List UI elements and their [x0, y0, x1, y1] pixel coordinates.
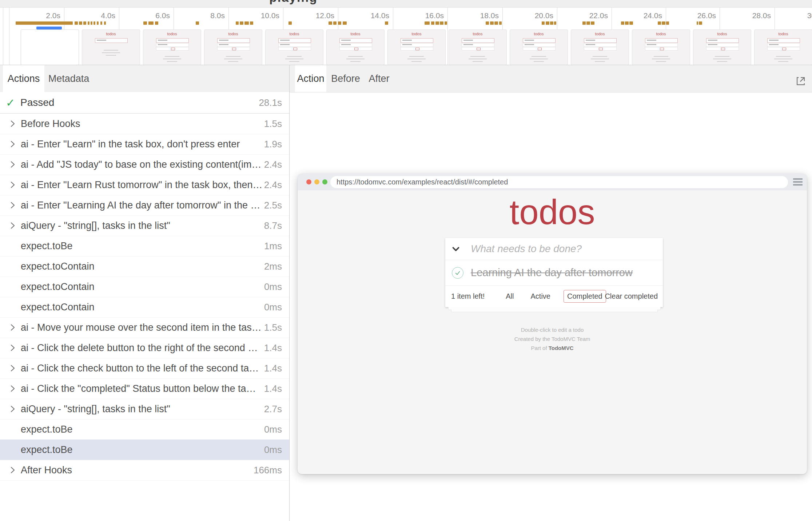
mini-list-item — [767, 43, 800, 47]
action-row[interactable]: expect.toBe0ms — [0, 440, 289, 460]
filmstrip-thumbnail[interactable] — [21, 29, 79, 65]
action-row-duration: 8.7s — [264, 220, 282, 231]
action-row[interactable]: ai - Click the check button to the left … — [0, 358, 289, 379]
todo-list-item[interactable]: Learning AI the day after tomorrow — [445, 260, 663, 286]
mini-footer-line — [226, 56, 240, 57]
filmstrip-thumbnail[interactable]: todos — [449, 29, 507, 65]
open-snapshot-in-new-tab-button[interactable] — [795, 75, 807, 87]
action-marker — [250, 21, 253, 25]
action-row-duration: 2.5s — [264, 200, 282, 211]
tab-metadata[interactable]: Metadata — [47, 65, 91, 92]
mini-todos-title: todos — [510, 32, 568, 36]
filmstrip-thumbnail[interactable]: todos — [387, 29, 446, 65]
mini-filter-selected — [415, 48, 419, 50]
selected-range-bar[interactable] — [36, 27, 62, 29]
filmstrip-thumbnail[interactable]: todos — [632, 29, 690, 65]
mini-list-item — [523, 43, 556, 47]
mini-item-text — [280, 44, 290, 45]
mini-input-box — [584, 38, 617, 43]
expand-chevron-icon[interactable] — [9, 364, 17, 372]
action-row[interactable]: After Hooks166ms — [0, 460, 289, 481]
expand-chevron-icon[interactable] — [9, 323, 17, 331]
action-row[interactable]: Before Hooks1.5s — [0, 114, 289, 134]
filmstrip-thumbnail[interactable]: todos — [265, 29, 323, 65]
actions-list: ✓ Passed 28.1s Before Hooks1.5sai - Ente… — [0, 92, 289, 521]
expand-chevron-icon[interactable] — [9, 405, 17, 413]
todo-item-text: Learning AI the day after tomorrow — [471, 267, 633, 279]
hamburger-menu-icon[interactable] — [793, 178, 803, 180]
filmstrip-thumbnail[interactable]: todos — [82, 29, 140, 65]
todomvc-link[interactable]: TodoMVC — [549, 345, 574, 351]
tab-after[interactable]: After — [366, 65, 392, 92]
action-row[interactable]: ai - Click the "completed" Status button… — [0, 378, 289, 399]
action-row[interactable]: ai - Click the delete button to the righ… — [0, 338, 289, 358]
expand-chevron-icon[interactable] — [9, 466, 17, 474]
address-bar[interactable]: https://todomvc.com/examples/react/dist/… — [330, 176, 788, 188]
filmstrip-thumbnail[interactable]: todos — [571, 29, 629, 65]
mini-footer-line — [287, 56, 302, 57]
mini-filter-selected — [721, 48, 725, 50]
mini-item-text — [586, 44, 595, 45]
filmstrip-thumbnail[interactable]: todos — [754, 29, 812, 65]
action-row[interactable]: aiQuery - "string[], tasks in the list"8… — [0, 215, 289, 236]
test-status-row[interactable]: ✓ Passed 28.1s — [0, 92, 289, 114]
mini-list-item — [706, 43, 739, 47]
action-marker — [343, 21, 347, 25]
expand-chevron-icon[interactable] — [9, 222, 17, 230]
action-row-duration: 1.5s — [264, 322, 282, 333]
filmstrip-thumbnail[interactable]: todos — [510, 29, 568, 65]
action-row[interactable]: expect.toBe0ms — [0, 419, 289, 440]
expand-chevron-icon[interactable] — [9, 140, 17, 148]
action-row[interactable]: ai - Enter "Learning AI the day after to… — [0, 195, 289, 216]
action-marker — [499, 21, 502, 25]
mini-footer-bar — [645, 47, 678, 51]
mini-filter-selected — [660, 48, 664, 50]
filmstrip-thumbnail[interactable]: todos — [204, 29, 262, 65]
action-row-duration: 166ms — [254, 465, 282, 476]
mini-footer-bar — [523, 47, 556, 51]
action-marker — [97, 21, 99, 25]
expand-chevron-icon[interactable] — [9, 201, 17, 209]
action-row[interactable]: expect.toContain2ms — [0, 256, 289, 277]
tab-actions[interactable]: Actions — [3, 65, 44, 92]
new-todo-row[interactable]: What needs to be done? — [445, 238, 663, 260]
action-row[interactable]: ai - Enter "Learn" in the task box, don'… — [0, 134, 289, 155]
expand-chevron-icon[interactable] — [9, 160, 17, 168]
mini-list-item — [278, 43, 311, 47]
filter-completed[interactable]: Completed — [564, 290, 606, 303]
action-row-label: After Hooks — [21, 465, 251, 476]
todos-app-title: todos — [298, 195, 807, 230]
new-todo-placeholder[interactable]: What needs to be done? — [471, 243, 582, 255]
right-tabbar: ActionBeforeAfter — [290, 65, 812, 92]
filmstrip-thumbnail[interactable]: todos — [326, 29, 385, 65]
action-row[interactable]: ai - Add "JS today" to base on the exist… — [0, 154, 289, 175]
tab-before[interactable]: Before — [329, 65, 362, 92]
filmstrip-thumbnail[interactable]: todos — [693, 29, 751, 65]
timeline[interactable]: 2.0s4.0s6.0s8.0s10.0s12.0s14.0s16.0s18.0… — [0, 8, 812, 65]
filter-all[interactable]: All — [502, 290, 517, 303]
mini-item-text — [402, 44, 412, 45]
tab-action[interactable]: Action — [295, 65, 326, 92]
expand-chevron-icon[interactable] — [9, 385, 17, 393]
action-row[interactable]: ai - Enter "Learn Rust tomorrow" in the … — [0, 175, 289, 195]
toggle-all-chevron-icon[interactable] — [451, 244, 461, 254]
expand-chevron-icon[interactable] — [9, 181, 17, 189]
filmstrip-thumbnail[interactable]: todos — [143, 29, 201, 65]
mini-footer-line — [469, 59, 487, 59]
panel-divider[interactable] — [289, 65, 290, 521]
filter-active[interactable]: Active — [527, 290, 554, 303]
action-row-label: expect.toContain — [21, 281, 261, 293]
expand-chevron-icon[interactable] — [9, 344, 17, 352]
clear-completed-button[interactable]: Clear completed — [605, 292, 658, 301]
action-row[interactable]: expect.toContain0ms — [0, 277, 289, 297]
todo-completed-toggle[interactable] — [452, 267, 463, 279]
mini-footer-line — [530, 59, 548, 59]
hamburger-menu-icon — [793, 184, 803, 186]
expand-chevron-icon[interactable] — [9, 120, 17, 128]
action-row[interactable]: expect.toBe1ms — [0, 236, 289, 256]
action-row[interactable]: aiQuery - "string[], tasks in the list"2… — [0, 399, 289, 419]
action-row[interactable]: ai - Move your mouse over the second ite… — [0, 317, 289, 338]
action-row-label: ai - Add "JS today" to base on the exist… — [21, 159, 261, 170]
action-row-duration: 1ms — [264, 240, 282, 252]
action-row[interactable]: expect.toContain0ms — [0, 297, 289, 318]
